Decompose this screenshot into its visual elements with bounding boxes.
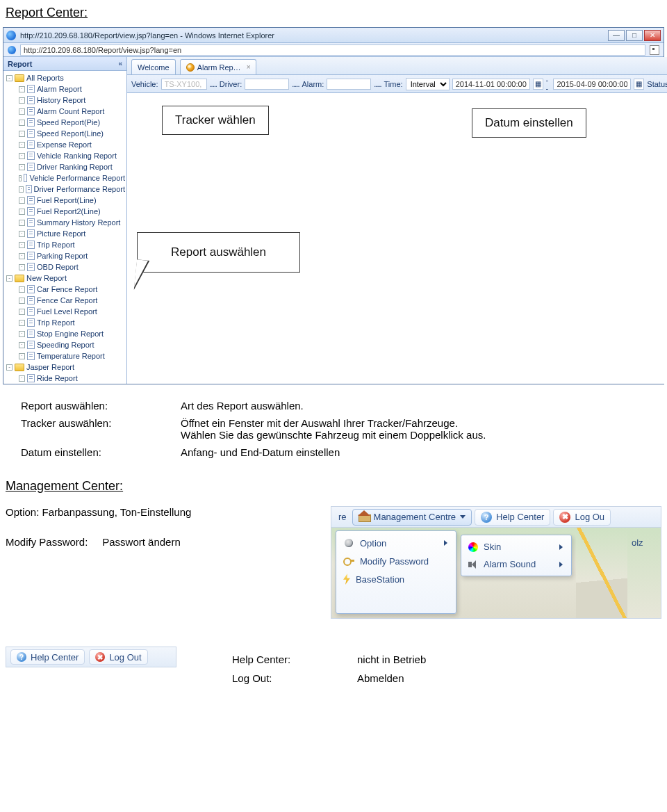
leaf-toggle-icon: · bbox=[19, 298, 25, 304]
tree-folder[interactable]: -Jasper Report bbox=[6, 362, 125, 373]
url-input[interactable] bbox=[20, 44, 645, 56]
mini-help-button[interactable]: ? Help Center bbox=[10, 649, 85, 665]
from-datetime-input[interactable] bbox=[452, 79, 530, 90]
mgmt-modify-label: Modify Password: bbox=[6, 536, 88, 548]
tree-item[interactable]: ·Temperature Report bbox=[19, 350, 125, 362]
driver-input[interactable] bbox=[245, 79, 289, 90]
dropdown-option[interactable]: Option bbox=[339, 534, 453, 552]
alarm-picker[interactable]: ..... bbox=[374, 80, 381, 88]
tree-item[interactable]: ·Ride Report bbox=[19, 373, 125, 384]
leaf-toggle-icon: · bbox=[19, 186, 24, 193]
tree-item[interactable]: ·History Report bbox=[19, 95, 125, 106]
tab-alarm-report[interactable]: Alarm Rep… × bbox=[180, 59, 257, 74]
report-tree[interactable]: -All Reports·Alarm Report·History Report… bbox=[3, 71, 126, 384]
dropdown-modify-password[interactable]: Modify Password bbox=[339, 552, 453, 570]
address-bar bbox=[3, 43, 664, 57]
time-mode-select[interactable]: Interval bbox=[406, 78, 450, 90]
report-icon bbox=[27, 107, 35, 115]
tree-item[interactable]: ·Alarm Report bbox=[19, 83, 125, 95]
tree-folder[interactable]: -New Report bbox=[6, 273, 125, 284]
bolt-icon bbox=[343, 574, 350, 585]
def-report-label: Report auswählen: bbox=[21, 400, 181, 412]
tree-item[interactable]: ·Driver Performance Report bbox=[19, 184, 125, 195]
expand-icon[interactable] bbox=[650, 45, 659, 55]
mini-logout-label: Log Out bbox=[109, 652, 141, 663]
leaf-toggle-icon: · bbox=[19, 142, 25, 148]
collapse-toggle-icon[interactable]: - bbox=[6, 275, 13, 282]
leaf-toggle-icon: · bbox=[19, 331, 25, 337]
def-report-value: Art des Report auswählen. bbox=[181, 400, 646, 412]
window-close-button[interactable]: ✕ bbox=[644, 30, 661, 41]
question-icon: ? bbox=[481, 512, 492, 523]
leaf-toggle-icon: · bbox=[19, 375, 25, 382]
minimize-button[interactable]: — bbox=[608, 30, 625, 41]
tree-item[interactable]: ·Fuel Report2(Line) bbox=[19, 206, 125, 217]
maximize-button[interactable]: □ bbox=[626, 30, 643, 41]
tree-item-label: Fuel Level Report bbox=[37, 307, 97, 316]
tree-item[interactable]: ·Alarm Count Report bbox=[19, 106, 125, 117]
status-label: Status: bbox=[647, 80, 667, 88]
management-centre-button[interactable]: Management Centre bbox=[352, 509, 472, 526]
to-datetime-input[interactable] bbox=[553, 79, 631, 90]
alarm-label: Alarm: bbox=[302, 80, 324, 88]
tree-item[interactable]: ·Speeding Report bbox=[19, 339, 125, 350]
tree-item[interactable]: ·Car Fence Report bbox=[19, 284, 125, 295]
tree-item[interactable]: ·Fuel Level Report bbox=[19, 306, 125, 317]
tree-item[interactable]: ·Trip Report bbox=[19, 317, 125, 328]
tab-welcome[interactable]: Welcome bbox=[131, 59, 176, 74]
tree-item[interactable]: ·Fuel Report(Line) bbox=[19, 195, 125, 206]
submenu-caret-icon bbox=[559, 562, 563, 567]
tree-item[interactable]: ·Stop Engine Report bbox=[19, 328, 125, 339]
tree-item-label: Fence Car Report bbox=[37, 295, 97, 305]
leaf-toggle-icon: · bbox=[19, 242, 25, 248]
tree-item[interactable]: ·OBD Report bbox=[19, 261, 125, 273]
collapse-toggle-icon[interactable]: - bbox=[6, 75, 13, 81]
mini-logout-button[interactable]: ✖ Log Out bbox=[89, 649, 147, 665]
from-calendar-icon[interactable]: ▦ bbox=[533, 79, 543, 90]
collapse-icon[interactable]: « bbox=[118, 60, 122, 67]
mgmt-option-text: Option: Farbanpassung, Ton-Einstellung bbox=[6, 506, 331, 518]
logout-button[interactable]: ✖ Log Ou bbox=[553, 509, 611, 526]
tab-welcome-label: Welcome bbox=[138, 63, 170, 72]
tree-item-label: Picture Report bbox=[37, 229, 85, 238]
dd-base-label: BaseStation bbox=[356, 574, 404, 585]
alarm-input[interactable] bbox=[327, 79, 371, 90]
to-calendar-icon[interactable]: ▦ bbox=[634, 79, 644, 90]
tree-item[interactable]: ·Vehicle Ranking Report bbox=[19, 150, 125, 161]
tree-item[interactable]: ·Speed Report(Line) bbox=[19, 128, 125, 139]
leaf-toggle-icon: · bbox=[19, 197, 25, 204]
tree-folder-label: Jasper Report bbox=[26, 362, 74, 372]
logout-btn-label: Log Ou bbox=[575, 512, 604, 522]
filter-bar: Vehicle: ..... Driver: ..... Alarm: ....… bbox=[127, 75, 667, 93]
tree-item[interactable]: ·Summary History Report bbox=[19, 217, 125, 228]
tree-item[interactable]: ·Trip Report bbox=[19, 239, 125, 250]
vehicle-picker[interactable]: ..... bbox=[210, 80, 217, 88]
leaf-toggle-icon: · bbox=[19, 153, 25, 159]
tab-close-icon[interactable]: × bbox=[247, 63, 251, 71]
collapse-toggle-icon[interactable]: - bbox=[6, 364, 13, 371]
tree-item[interactable]: ·Speed Report(Pie) bbox=[19, 117, 125, 128]
tree-item[interactable]: ·Expense Report bbox=[19, 139, 125, 150]
submenu-alarm-sound[interactable]: Alarm Sound bbox=[464, 555, 568, 573]
tree-item[interactable]: ·Picture Report bbox=[19, 228, 125, 239]
vehicle-input[interactable] bbox=[161, 79, 207, 90]
driver-picker[interactable]: ..... bbox=[292, 80, 299, 88]
tree-item[interactable]: ·Vehicle Performance Report bbox=[19, 172, 125, 184]
tree-item[interactable]: ·Driver Ranking Report bbox=[19, 161, 125, 172]
def-tracker-value: Öffnet ein Fenster mit der Auswahl Ihrer… bbox=[181, 417, 646, 441]
leaf-toggle-icon: · bbox=[19, 97, 25, 104]
page-title: Report Center: bbox=[6, 6, 667, 20]
submenu-skin[interactable]: Skin bbox=[464, 538, 568, 555]
help-center-button[interactable]: ? Help Center bbox=[475, 509, 550, 526]
leaf-toggle-icon: · bbox=[19, 131, 25, 137]
tree-folder[interactable]: -All Reports bbox=[6, 72, 125, 83]
tree-item[interactable]: ·Fence Car Report bbox=[19, 295, 125, 306]
report-sidebar: Report « -All Reports·Alarm Report·Histo… bbox=[3, 57, 127, 384]
management-dropdown-screenshot: re Management Centre ? Help Center ✖ Log… bbox=[331, 506, 661, 619]
report-icon bbox=[27, 352, 35, 360]
dropdown-basestation[interactable]: BaseStation bbox=[339, 570, 453, 588]
tree-item[interactable]: ·Parking Report bbox=[19, 250, 125, 261]
tree-item-label: Trip Report bbox=[37, 318, 75, 327]
helpcenter-label: Help Center: bbox=[232, 653, 357, 665]
report-icon bbox=[27, 118, 35, 127]
